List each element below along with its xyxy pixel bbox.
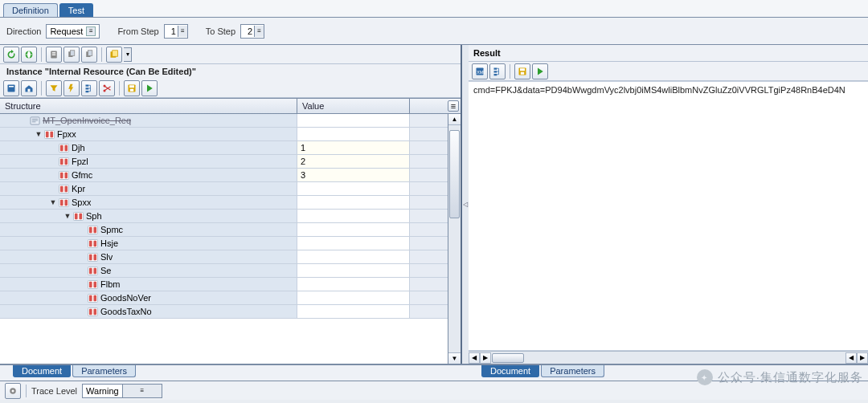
tool-load-button[interactable]: [141, 80, 158, 96]
table-row[interactable]: Flbm: [0, 278, 448, 291]
tool-home-button[interactable]: [21, 80, 37, 96]
from-step-value[interactable]: [165, 26, 178, 36]
value-cell[interactable]: 1: [297, 141, 410, 154]
scroll-up-icon[interactable]: ▲: [448, 114, 461, 125]
tab-document-right[interactable]: Document: [481, 365, 539, 377]
structure-cell[interactable]: Spmc: [0, 223, 297, 236]
tool-save-button[interactable]: [124, 80, 140, 96]
node-label: MT_OpenInvoice_Req: [43, 116, 131, 125]
structure-cell[interactable]: ▼Sph: [0, 210, 297, 222]
from-step-input[interactable]: ≡: [164, 24, 188, 39]
table-row[interactable]: MT_OpenInvoice_Req: [0, 114, 448, 128]
tool-lightning-button[interactable]: [63, 80, 80, 96]
scroll-thumb[interactable]: [449, 130, 460, 218]
collapse-icon[interactable]: ▼: [63, 211, 72, 221]
result-save-button[interactable]: [514, 63, 530, 79]
scroll-right-icon[interactable]: ▶: [480, 352, 491, 364]
dropdown-icon[interactable]: ▾: [124, 47, 132, 62]
structure-cell[interactable]: Djh: [0, 141, 297, 154]
table-row[interactable]: ▼Spxx: [0, 196, 448, 210]
element-icon: [88, 307, 98, 316]
table-row[interactable]: Spmc: [0, 223, 448, 237]
structure-cell[interactable]: Flbm: [0, 278, 297, 291]
pane-splitter[interactable]: ◁: [462, 45, 469, 364]
to-step-input[interactable]: ≡: [240, 24, 264, 39]
step-menu-icon: ≡: [178, 26, 187, 37]
node-label: Se: [100, 266, 111, 275]
tab-parameters-right[interactable]: Parameters: [541, 365, 604, 377]
element-icon: [44, 130, 55, 139]
structure-cell[interactable]: ▼Fpxx: [0, 128, 297, 140]
direction-dropdown[interactable]: Request ≡: [46, 24, 100, 39]
structure-cell[interactable]: MT_OpenInvoice_Req: [0, 114, 297, 127]
value-cell: [297, 278, 410, 291]
table-row[interactable]: Hsje: [0, 237, 448, 250]
trace-level-dropdown[interactable]: Warning ≡: [82, 384, 162, 398]
structure-cell[interactable]: Fpzl: [0, 155, 297, 168]
trace-settings-button[interactable]: [5, 383, 21, 399]
tree-spacer: [77, 279, 87, 289]
tab-parameters-left[interactable]: Parameters: [72, 365, 136, 377]
structure-cell[interactable]: GoodsTaxNo: [0, 305, 297, 318]
tab-definition[interactable]: Definition: [3, 3, 58, 17]
result-tree-button[interactable]: [489, 63, 506, 79]
table-row[interactable]: Fpzl2: [0, 155, 448, 169]
to-step-value[interactable]: [241, 26, 254, 36]
element-icon: [59, 185, 69, 193]
left-bottom-tabs: Document Parameters: [0, 364, 462, 381]
document-icon: [30, 116, 40, 125]
col-value[interactable]: Value: [297, 99, 410, 113]
structure-cell[interactable]: Hsje: [0, 237, 297, 250]
tab-document-left[interactable]: Document: [13, 365, 71, 377]
result-load-button[interactable]: [532, 63, 548, 79]
table-row[interactable]: Djh1: [0, 141, 448, 155]
to-step-label: To Step: [206, 26, 235, 36]
structure-cell[interactable]: Gfmc: [0, 169, 297, 181]
structure-cell[interactable]: Se: [0, 264, 297, 277]
paste-button[interactable]: [81, 47, 97, 63]
execute-button[interactable]: [21, 47, 37, 63]
tool-cut-button[interactable]: [99, 80, 115, 96]
tool-tree-button[interactable]: [81, 80, 97, 96]
scroll-right-end-icon[interactable]: ▶: [857, 352, 868, 364]
table-row[interactable]: Kpr: [0, 182, 448, 196]
structure-cell[interactable]: GoodsNoVer: [0, 291, 297, 304]
left-toolbar-1: ▾: [0, 45, 461, 64]
horizontal-scrollbar[interactable]: ◀ ▶ ◀ ▶: [469, 351, 868, 364]
col-structure[interactable]: Structure: [0, 99, 297, 113]
structure-cell[interactable]: ▼Spxx: [0, 196, 297, 209]
result-xml-button[interactable]: [472, 63, 488, 79]
column-config-icon[interactable]: ≡: [448, 100, 459, 112]
structure-cell[interactable]: Slv: [0, 250, 297, 263]
new-doc-button[interactable]: [46, 47, 62, 63]
from-step-label: From Step: [117, 26, 158, 36]
value-cell[interactable]: 3: [297, 169, 410, 181]
table-row[interactable]: ▼Fpxx: [0, 128, 448, 141]
table-row[interactable]: Se: [0, 264, 448, 278]
scroll-down-icon[interactable]: ▼: [448, 352, 461, 364]
tool-filter-button[interactable]: [46, 80, 62, 96]
stack-button[interactable]: [106, 47, 122, 63]
table-row[interactable]: Slv: [0, 250, 448, 264]
scroll-thumb[interactable]: [492, 353, 524, 363]
collapse-icon[interactable]: ▼: [34, 129, 43, 139]
scroll-left-end-icon[interactable]: ◀: [845, 352, 857, 364]
row-filler: [410, 237, 448, 250]
copy-button[interactable]: [63, 47, 80, 63]
collapse-icon[interactable]: ▼: [48, 197, 58, 207]
value-cell: [297, 210, 410, 222]
tab-test[interactable]: Test: [59, 3, 93, 17]
refresh-button[interactable]: [3, 47, 19, 63]
scroll-left-icon[interactable]: ◀: [469, 352, 480, 364]
value-cell[interactable]: 2: [297, 155, 410, 168]
table-row[interactable]: ▼Sph: [0, 210, 448, 223]
result-text[interactable]: cmd=FPKJ&data=PD94bWwgdmVyc2lvbj0iMS4wli…: [469, 82, 868, 351]
trace-level-value: Warning: [83, 386, 122, 396]
tool-src-button[interactable]: [3, 80, 19, 96]
table-row[interactable]: Gfmc3: [0, 169, 448, 182]
table-row[interactable]: GoodsTaxNo: [0, 305, 448, 319]
vertical-scrollbar[interactable]: ▲ ▼: [448, 114, 461, 364]
structure-cell[interactable]: Kpr: [0, 182, 297, 195]
node-label: Gfmc: [72, 170, 92, 180]
table-row[interactable]: GoodsNoVer: [0, 291, 448, 305]
